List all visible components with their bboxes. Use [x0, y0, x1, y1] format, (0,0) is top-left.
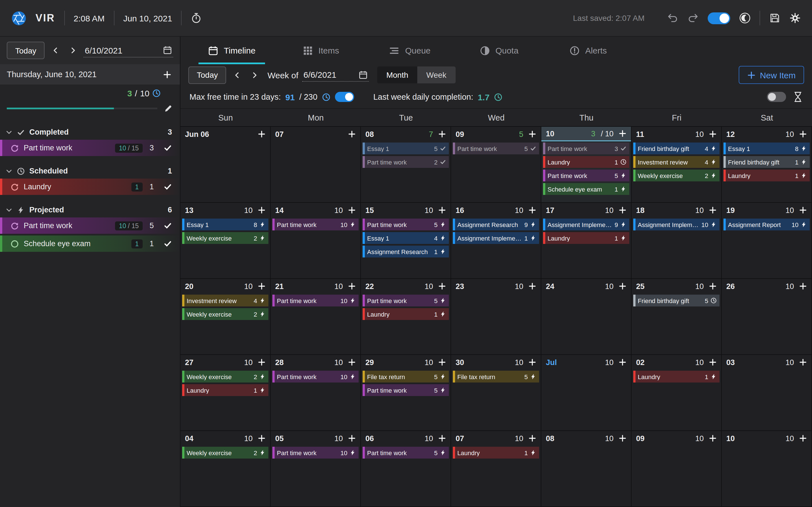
- day-cell-7-13[interactable]: 13 10 Essay 1 8 Weekly exercise 2: [181, 203, 271, 279]
- add-item-button[interactable]: [707, 205, 718, 216]
- day-cell-26-02[interactable]: 02 10 Laundry 1: [631, 355, 722, 431]
- add-item-button[interactable]: [256, 281, 267, 292]
- task-complete-button[interactable]: [161, 237, 174, 250]
- section-header[interactable]: Projected 6: [0, 202, 180, 217]
- event-chip-part-time-work[interactable]: Part time work 5: [363, 447, 449, 459]
- day-cell-22-28[interactable]: 28 10 Part time work 10: [271, 355, 361, 431]
- timer-button[interactable]: [191, 12, 202, 24]
- event-chip-weekly-exercise[interactable]: Weekly exercise 2: [182, 447, 268, 459]
- add-item-button[interactable]: [256, 128, 267, 140]
- day-cell-31-07[interactable]: 07 10 Laundry 1: [451, 431, 541, 507]
- day-cell-0-jun-06[interactable]: Jun 06: [181, 127, 271, 203]
- tab-queue[interactable]: Queue: [365, 37, 455, 64]
- add-item-button[interactable]: [617, 433, 628, 444]
- event-chip-assignment-impleme[interactable]: Assignment Impleme… 1: [453, 232, 539, 244]
- event-chip-part-time-work[interactable]: Part time work 5: [453, 143, 539, 154]
- week-date-input[interactable]: 6/6/2021: [302, 68, 369, 82]
- add-item-button[interactable]: [346, 128, 357, 140]
- add-item-button[interactable]: [437, 205, 448, 216]
- event-chip-assignment-impleme[interactable]: Assignment Impleme… 9: [543, 219, 629, 230]
- next-day-button[interactable]: [66, 43, 80, 58]
- add-item-button[interactable]: [346, 281, 357, 292]
- task-item-part-time-work[interactable]: Part time work 10 / 15 3: [0, 140, 180, 156]
- task-item-laundry[interactable]: Laundry 1 1: [0, 179, 180, 195]
- free-time-toggle[interactable]: [335, 92, 354, 102]
- day-cell-17-23[interactable]: 23 10: [451, 279, 541, 355]
- event-chip-part-time-work[interactable]: Part time work 5: [363, 384, 449, 396]
- add-item-button[interactable]: [797, 281, 809, 292]
- add-item-button[interactable]: [527, 128, 538, 140]
- event-chip-friend-birthday-gift[interactable]: Friend birthday gift 1: [723, 156, 810, 168]
- task-complete-button[interactable]: [161, 219, 174, 232]
- event-chip-file-tax-return[interactable]: File tax return 5: [363, 371, 449, 383]
- event-chip-laundry[interactable]: Laundry 1: [453, 447, 539, 459]
- dark-mode-button[interactable]: [739, 12, 751, 24]
- day-cell-10-16[interactable]: 16 10 Assignment Research 9 Assignment I…: [451, 203, 541, 279]
- task-complete-button[interactable]: [161, 180, 174, 193]
- event-chip-assignment-research[interactable]: Assignment Research 1: [363, 245, 449, 258]
- event-chip-weekly-exercise[interactable]: Weekly exercise 2: [633, 170, 719, 181]
- add-item-button[interactable]: [256, 433, 267, 444]
- sidebar-add-button[interactable]: [161, 68, 173, 80]
- event-chip-laundry[interactable]: Laundry 1: [633, 371, 719, 383]
- event-chip-weekly-exercise[interactable]: Weekly exercise 2: [182, 232, 268, 244]
- event-chip-part-time-work[interactable]: Part time work 10: [272, 219, 359, 230]
- day-cell-18-24[interactable]: 24 10: [541, 279, 631, 355]
- add-item-button[interactable]: [527, 281, 538, 292]
- add-item-button[interactable]: [437, 433, 448, 444]
- add-item-button[interactable]: [707, 128, 718, 140]
- day-cell-12-18[interactable]: 18 10 Assignment Implem… 10: [631, 203, 722, 279]
- add-item-button[interactable]: [797, 356, 809, 368]
- day-cell-4-10[interactable]: 10 3 / 10 Part time work 3 Laundry 1 Par…: [541, 127, 631, 203]
- task-complete-button[interactable]: [161, 141, 174, 155]
- event-chip-part-time-work[interactable]: Part time work 5: [363, 219, 449, 230]
- add-item-button[interactable]: [527, 205, 538, 216]
- task-item-part-time-work[interactable]: Part time work 10 / 15 5: [0, 217, 180, 234]
- event-chip-laundry[interactable]: Laundry 1: [543, 232, 629, 244]
- day-cell-5-11[interactable]: 11 10 Friend birthday gift 4 Investment …: [631, 127, 722, 203]
- day-cell-16-22[interactable]: 22 10 Part time work 5 Laundry 1: [361, 279, 451, 355]
- day-cell-24-30[interactable]: 30 10 File tax return 5: [451, 355, 541, 431]
- add-item-button[interactable]: [256, 205, 267, 216]
- add-item-button[interactable]: [707, 281, 718, 292]
- event-chip-file-tax-return[interactable]: File tax return 5: [453, 371, 539, 383]
- day-cell-9-15[interactable]: 15 10 Part time work 5 Essay 1 4 Assignm…: [361, 203, 451, 279]
- day-cell-25-jul[interactable]: Jul 10: [541, 355, 631, 431]
- add-item-button[interactable]: [797, 128, 809, 140]
- add-item-button[interactable]: [797, 433, 809, 444]
- event-chip-essay-1[interactable]: Essay 1 8: [182, 219, 268, 230]
- event-chip-laundry[interactable]: Laundry 1: [182, 384, 268, 396]
- day-cell-33-09[interactable]: 09 10: [631, 431, 722, 507]
- add-item-button[interactable]: [346, 356, 357, 368]
- sidebar-date-input[interactable]: 6/10/2021: [84, 44, 173, 57]
- event-chip-part-time-work[interactable]: Part time work 10: [272, 447, 359, 459]
- add-item-button[interactable]: [707, 433, 718, 444]
- event-chip-part-time-work[interactable]: Part time work 10: [272, 295, 359, 306]
- edit-day-button[interactable]: [163, 103, 173, 113]
- day-cell-1-07[interactable]: 07: [271, 127, 361, 203]
- event-chip-assignment-implem[interactable]: Assignment Implem… 10: [633, 219, 719, 230]
- add-item-button[interactable]: [437, 128, 448, 140]
- tab-alerts[interactable]: Alerts: [544, 37, 633, 64]
- event-chip-essay-1[interactable]: Essay 1 5: [363, 143, 449, 154]
- redo-button[interactable]: [688, 12, 699, 24]
- settings-button[interactable]: [790, 12, 801, 24]
- day-cell-27-03[interactable]: 03 10: [722, 355, 812, 431]
- tab-items[interactable]: Items: [276, 37, 365, 64]
- add-item-button[interactable]: [617, 281, 628, 292]
- prev-week-button[interactable]: [231, 68, 244, 82]
- day-cell-14-20[interactable]: 20 10 Investment review 4 Weekly exercis…: [181, 279, 271, 355]
- add-item-button[interactable]: [617, 128, 628, 139]
- section-header[interactable]: Scheduled 1: [0, 163, 180, 179]
- event-chip-essay-1[interactable]: Essay 1 8: [723, 143, 810, 154]
- today-button[interactable]: Today: [7, 42, 45, 59]
- event-chip-schedule-eye-exam[interactable]: Schedule eye exam 1: [543, 183, 629, 195]
- event-chip-part-time-work[interactable]: Part time work 10: [272, 371, 359, 383]
- day-cell-11-17[interactable]: 17 10 Assignment Impleme… 9 Laundry 1: [541, 203, 631, 279]
- event-chip-assignment-research[interactable]: Assignment Research 9: [453, 219, 539, 230]
- event-chip-part-time-work[interactable]: Part time work 5: [543, 170, 629, 181]
- add-item-button[interactable]: [617, 205, 628, 216]
- add-item-button[interactable]: [707, 356, 718, 368]
- day-cell-30-06[interactable]: 06 10 Part time work 5: [361, 431, 451, 507]
- add-item-button[interactable]: [797, 205, 809, 216]
